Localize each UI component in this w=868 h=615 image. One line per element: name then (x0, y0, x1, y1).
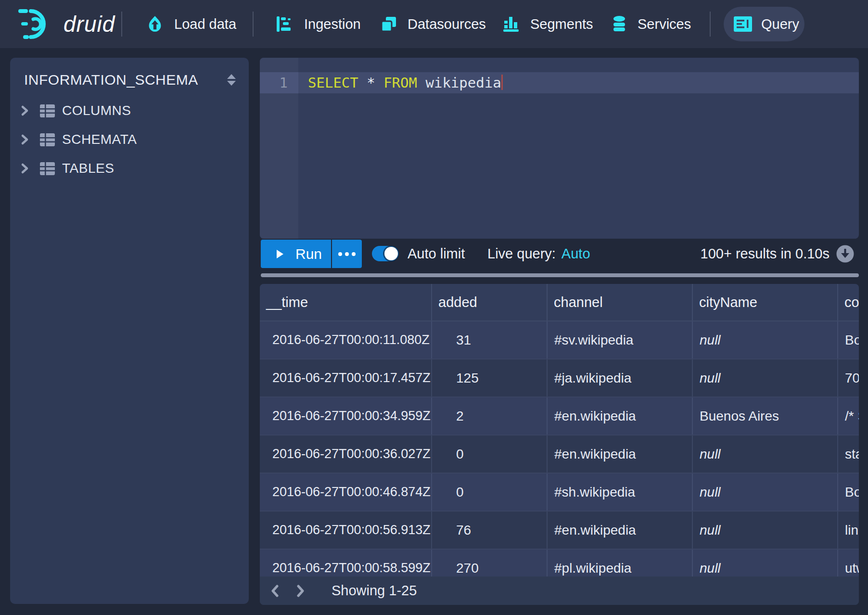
next-page-button[interactable] (296, 585, 305, 597)
showing-label: Showing 1-25 (332, 583, 417, 599)
cell-cityname[interactable]: null (693, 359, 838, 397)
druid-logo-icon (17, 8, 56, 40)
play-icon (277, 250, 283, 258)
cell-cityname[interactable]: null (693, 321, 838, 359)
cell-channel[interactable]: #en.wikipedia (548, 512, 693, 549)
cell-comment[interactable]: link (838, 512, 859, 549)
live-query-value: Auto (562, 246, 590, 262)
chevron-left-icon (271, 585, 279, 597)
upload-icon (146, 15, 164, 33)
run-button[interactable]: Run (261, 240, 331, 268)
results-summary: 100+ results in 0.10s (701, 240, 830, 268)
nav-divider (710, 12, 711, 37)
chevron-right-icon (21, 163, 29, 174)
live-query-label: Live query: (487, 246, 556, 262)
cell-channel[interactable]: #en.wikipedia (548, 436, 693, 473)
sql-star: * (358, 75, 383, 91)
schema-sidebar: INFORMATION_SCHEMA COLUMNS (10, 58, 249, 604)
cell-channel[interactable]: #ja.wikipedia (548, 359, 693, 397)
table-icon (40, 104, 55, 117)
chevron-right-icon (296, 585, 305, 597)
cell-time[interactable]: 2016-06-27T00:00:56.913Z (260, 512, 432, 549)
double-caret-icon[interactable] (227, 74, 236, 86)
cell-channel[interactable]: #sh.wikipedia (548, 474, 693, 511)
top-nav: druid Load data Ingestion (0, 0, 868, 48)
schema-selector[interactable]: INFORMATION_SCHEMA (10, 67, 249, 92)
results-table: __time added channel cityName comment 20… (260, 284, 859, 605)
cell-time[interactable]: 2016-06-27T00:00:46.874Z (260, 474, 432, 511)
nav-label: Query (761, 16, 799, 32)
sql-keyword: FROM (383, 75, 417, 91)
cell-comment[interactable]: sta (838, 436, 859, 473)
column-header-time[interactable]: __time (260, 284, 432, 320)
table-icon (40, 133, 55, 146)
cell-added[interactable]: 76 (432, 512, 548, 549)
cell-cityname[interactable]: null (693, 436, 838, 473)
nav-item-datasources[interactable]: Datasources (381, 0, 486, 48)
table-row: 2016-06-27T00:00:34.959Z 2 #en.wikipedia… (260, 397, 859, 436)
sql-text[interactable]: SELECT * FROM wikipedia (308, 72, 503, 93)
sidebar-item-schemata[interactable]: SCHEMATA (10, 125, 249, 154)
nav-divider (121, 12, 122, 37)
nav-item-query[interactable]: Query (724, 7, 804, 41)
nav-label: Segments (530, 16, 593, 32)
line-number: 1 (260, 72, 288, 93)
run-more-options-button[interactable] (332, 240, 362, 268)
column-header-channel[interactable]: channel (548, 284, 693, 320)
table-row: 2016-06-27T00:00:11.080Z 31 #sv.wikipedi… (260, 321, 859, 359)
column-header-cityname[interactable]: cityName (693, 284, 838, 320)
cell-comment[interactable]: Bot (838, 321, 859, 359)
cell-cityname[interactable]: null (693, 512, 838, 549)
cell-channel[interactable]: #en.wikipedia (548, 397, 693, 435)
nav-label: Load data (174, 16, 236, 32)
cell-added[interactable]: 125 (432, 359, 548, 397)
druid-logo[interactable]: druid (17, 0, 115, 48)
table-row: 2016-06-27T00:00:56.913Z 76 #en.wikipedi… (260, 512, 859, 550)
sidebar-item-label: SCHEMATA (62, 132, 137, 147)
sql-editor[interactable]: 1 SELECT * FROM wikipedia (260, 58, 859, 239)
sql-keyword: SELECT (308, 75, 358, 91)
cell-time[interactable]: 2016-06-27T00:00:17.457Z (260, 359, 432, 397)
auto-limit-label: Auto limit (408, 240, 465, 268)
pagination-bar: Showing 1-25 (260, 577, 859, 605)
live-query-control[interactable]: Live query: Auto (487, 240, 590, 268)
console-icon (733, 16, 753, 32)
sidebar-item-columns[interactable]: COLUMNS (10, 96, 249, 125)
cell-time[interactable]: 2016-06-27T00:00:34.959Z (260, 397, 432, 435)
auto-limit-toggle[interactable] (372, 246, 399, 261)
cell-time[interactable]: 2016-06-27T00:00:36.027Z (260, 436, 432, 473)
cell-comment[interactable]: 70: (838, 359, 859, 397)
cell-time[interactable]: 2016-06-27T00:00:11.080Z (260, 321, 432, 359)
nav-item-load-data[interactable]: Load data (146, 0, 236, 48)
cell-cityname[interactable]: Buenos Aires (693, 397, 838, 435)
previous-page-button[interactable] (271, 585, 279, 597)
column-header-added[interactable]: added (432, 284, 548, 320)
table-row: 2016-06-27T00:00:17.457Z 125 #ja.wikiped… (260, 359, 859, 397)
nav-label: Datasources (408, 16, 486, 32)
cell-comment[interactable]: /* S (838, 397, 859, 435)
cell-channel[interactable]: #sv.wikipedia (548, 321, 693, 359)
stacked-copies-icon (381, 16, 397, 32)
cell-added[interactable]: 2 (432, 397, 548, 435)
nav-label: Services (638, 16, 691, 32)
nav-item-services[interactable]: Services (612, 0, 691, 48)
cell-cityname[interactable]: null (693, 474, 838, 511)
chevron-right-icon (21, 134, 29, 145)
table-icon (40, 162, 55, 175)
nav-divider (253, 12, 254, 37)
sidebar-item-tables[interactable]: TABLES (10, 154, 249, 183)
cell-comment[interactable]: Bot (838, 474, 859, 511)
nav-item-segments[interactable]: Segments (502, 0, 593, 48)
cell-added[interactable]: 0 (432, 436, 548, 473)
horizontal-scrollbar[interactable] (261, 273, 859, 277)
toggle-knob (384, 247, 398, 260)
column-header-comment[interactable]: comment (838, 284, 859, 320)
download-results-button[interactable] (836, 245, 854, 263)
cell-added[interactable]: 0 (432, 474, 548, 511)
sidebar-item-label: COLUMNS (62, 103, 131, 118)
cell-added[interactable]: 31 (432, 321, 548, 359)
table-row: 2016-06-27T00:00:36.027Z 0 #en.wikipedia… (260, 436, 859, 474)
table-header-row: __time added channel cityName comment (260, 284, 859, 321)
nav-item-ingestion[interactable]: Ingestion (276, 0, 361, 48)
druid-console: { "nav": { "brand": "druid", "items": [ … (0, 0, 868, 615)
